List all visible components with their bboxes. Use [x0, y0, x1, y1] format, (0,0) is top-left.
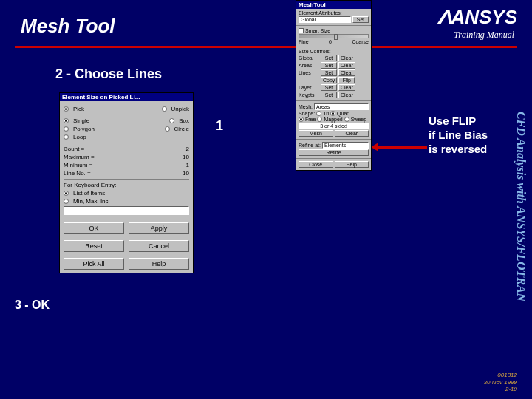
footer-date: 30 Nov 1999 — [484, 379, 517, 386]
unpick-label: Unpick — [171, 106, 189, 112]
mapped-radio[interactable] — [317, 117, 322, 122]
callout-3-ok: 3 - OK — [15, 299, 50, 312]
areas-clear-button[interactable]: Clear — [338, 62, 355, 69]
lines-clear-button[interactable]: Clear — [338, 69, 355, 76]
shape-tri-radio[interactable] — [316, 111, 321, 116]
meshtool-dialog: MeshTool Element Attributes: Global Set … — [296, 0, 372, 171]
polygon-radio[interactable] — [64, 126, 69, 132]
loop-radio[interactable] — [64, 134, 69, 140]
apply-button[interactable]: Apply — [129, 222, 189, 234]
close-button[interactable]: Close — [299, 161, 333, 168]
box-label: Box — [179, 117, 189, 124]
element-size-picker-dialog: Element Size on Picked Li... PickUnpick … — [59, 92, 194, 273]
global-clear-button[interactable]: Clear — [338, 55, 355, 61]
refine-dropdown[interactable]: Elements — [322, 142, 369, 149]
element-attr-set-button[interactable]: Set — [352, 16, 369, 23]
refine-button[interactable]: Refine — [299, 149, 369, 156]
keypts-row-label: Keypts — [299, 92, 319, 98]
list-label: List of Items — [73, 190, 105, 197]
help-button[interactable]: Help — [335, 161, 369, 168]
max-value: 10 — [183, 154, 189, 160]
count-value: 2 — [186, 146, 189, 152]
smartsize-value: 6 — [329, 39, 332, 44]
free-radio[interactable] — [299, 117, 304, 122]
picker-help-button[interactable]: Help — [129, 258, 189, 270]
lineno-label: Line No. — [64, 170, 86, 177]
min-value: 1 — [186, 162, 189, 168]
areas-set-button[interactable]: Set — [321, 62, 337, 69]
mapped-label: Mapped — [324, 117, 342, 122]
cancel-button[interactable]: Cancel — [129, 240, 189, 252]
loop-label: Loop — [73, 134, 86, 140]
sweep-label: Sweep — [351, 117, 366, 122]
layer-clear-button[interactable]: Clear — [338, 84, 355, 91]
layer-set-button[interactable]: Set — [321, 84, 337, 91]
circle-label: Circle — [174, 126, 189, 132]
smartsize-checkbox[interactable] — [299, 28, 304, 33]
keypts-clear-button[interactable]: Clear — [338, 92, 355, 98]
element-attr-dropdown[interactable]: Global — [299, 16, 351, 23]
layer-row-label: Layer — [299, 85, 319, 90]
flip-note-line: if Line Bias — [429, 129, 488, 143]
pick-radio[interactable] — [64, 106, 69, 112]
page-title: Mesh Tool — [21, 15, 115, 38]
lines-copy-button[interactable]: Copy — [321, 77, 337, 83]
single-radio[interactable] — [64, 118, 69, 123]
slide: Mesh Tool ΛANSYS Training Manual 2 - Cho… — [0, 0, 532, 399]
lines-row-label: Lines — [299, 70, 319, 75]
lines-set-button[interactable]: Set — [321, 69, 337, 76]
shape-label: Shape: — [299, 111, 315, 116]
arrow-to-flip — [377, 146, 427, 149]
lineno-value: 10 — [183, 170, 189, 177]
count-label: Count — [64, 146, 79, 152]
minmax-label: Min, Max, Inc — [73, 198, 109, 205]
pick-label: Pick — [73, 106, 84, 112]
free-label: Free — [305, 117, 316, 122]
circle-radio[interactable] — [165, 126, 170, 132]
ok-button[interactable]: OK — [64, 222, 124, 234]
smartsize-label: Smart Size — [305, 28, 330, 33]
flip-note: Use FLIP if Line Bias is reversed — [429, 115, 488, 156]
unpick-radio[interactable] — [162, 106, 167, 112]
list-radio[interactable] — [64, 191, 69, 196]
pickall-button[interactable]: Pick All — [64, 258, 124, 270]
picker-titlebar: Element Size on Picked Li... — [60, 93, 193, 101]
mesh-label: Mesh: — [299, 104, 313, 109]
coarse-label: Coarse — [352, 39, 369, 44]
sweep-radio[interactable] — [344, 117, 349, 122]
side-course-title: CFD Analysis with ANSYS/FLOTRAN — [510, 59, 528, 355]
slide-footer: 001312 30 Nov 1999 2-19 — [484, 372, 517, 393]
training-label: Training Manual — [454, 30, 514, 41]
keyboard-entry-label: For Keyboard Entry: — [64, 182, 117, 188]
reset-button[interactable]: Reset — [64, 240, 124, 252]
global-set-button[interactable]: Set — [321, 55, 337, 61]
keyboard-entry-input[interactable] — [64, 206, 189, 215]
refine-label: Refine at: — [299, 143, 321, 148]
min-label: Minimum — [64, 162, 87, 168]
size-controls-label: Size Controls: — [299, 49, 369, 54]
mesh-button[interactable]: Mesh — [299, 130, 333, 137]
fine-label: Fine — [299, 39, 309, 44]
meshtool-titlebar: MeshTool — [296, 1, 371, 9]
flip-note-line: is reversed — [429, 143, 488, 157]
callout-1: 1 — [216, 118, 223, 134]
max-label: Maximum — [64, 154, 89, 160]
step-2-label: 2 - Choose Lines — [55, 66, 162, 82]
box-radio[interactable] — [169, 118, 174, 123]
footer-page: 2-19 — [484, 386, 517, 393]
sided-dropdown[interactable]: 3 or 4 sided — [299, 123, 369, 129]
footer-code: 001312 — [484, 372, 517, 379]
smartsize-slider[interactable] — [299, 34, 369, 38]
polygon-label: Polygon — [73, 126, 95, 132]
mesh-clear-button[interactable]: Clear — [335, 130, 369, 137]
flip-note-line: Use FLIP — [429, 115, 488, 129]
keypts-set-button[interactable]: Set — [321, 92, 337, 98]
shape-quad-radio[interactable] — [330, 111, 335, 116]
lines-flip-button[interactable]: Flip — [338, 77, 355, 83]
title-underline — [15, 46, 517, 48]
tri-label: Tri — [323, 111, 329, 116]
mesh-dropdown[interactable]: Areas — [314, 103, 369, 110]
single-label: Single — [73, 117, 89, 124]
minmax-radio[interactable] — [64, 199, 69, 204]
quad-label: Quad — [337, 111, 349, 116]
